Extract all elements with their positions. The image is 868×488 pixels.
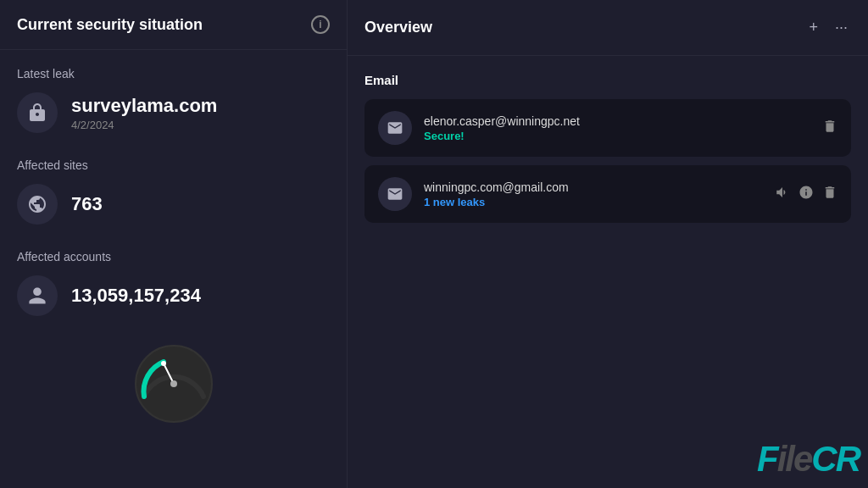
header-actions: + ··· <box>805 15 851 40</box>
right-panel-header: Overview + ··· <box>348 0 868 56</box>
lock-icon-circle <box>17 92 58 133</box>
mail-icon-1 <box>387 119 403 136</box>
email-info-2: winningpc.com@gmail.com 1 new leaks <box>424 180 763 208</box>
gauge-container <box>17 341 330 426</box>
left-panel-header: Current security situation i <box>0 0 347 50</box>
more-options-button[interactable]: ··· <box>832 15 851 40</box>
email-address-1: elenor.casper@winningpc.net <box>424 114 810 128</box>
email-address-2: winningpc.com@gmail.com <box>424 180 763 194</box>
add-button[interactable]: + <box>805 15 821 40</box>
email-card-1[interactable]: elenor.casper@winningpc.net Secure! <box>364 99 851 157</box>
svg-point-2 <box>170 380 177 387</box>
mail-icon-circle-2 <box>378 177 412 211</box>
info-icon[interactable]: i <box>311 15 330 34</box>
affected-sites-count: 763 <box>71 193 103 215</box>
email-section-title: Email <box>364 73 851 87</box>
globe-icon-circle <box>17 184 58 225</box>
person-icon <box>27 286 47 306</box>
email-actions-2 <box>775 185 837 203</box>
mail-icon-circle-1 <box>378 111 412 145</box>
globe-icon <box>27 194 47 214</box>
email-actions-1 <box>822 119 837 137</box>
left-panel: Current security situation i Latest leak… <box>0 0 348 488</box>
left-panel-title: Current security situation <box>17 16 203 34</box>
right-panel-content: Email elenor.casper@winningpc.net Secure… <box>348 56 868 488</box>
security-gauge <box>131 341 216 426</box>
person-icon-circle <box>17 275 58 316</box>
svg-point-3 <box>161 361 166 366</box>
email-status-2: 1 new leaks <box>424 196 763 208</box>
latest-leak-info: surveylama.com 4/2/2024 <box>71 95 217 131</box>
latest-leak-row: surveylama.com 4/2/2024 <box>17 92 330 133</box>
lock-icon <box>27 103 47 123</box>
email-status-1: Secure! <box>424 130 810 142</box>
info-icon-2[interactable] <box>798 185 814 203</box>
affected-accounts-label: Affected accounts <box>17 250 330 263</box>
right-panel-title: Overview <box>364 19 432 36</box>
mail-icon-2 <box>387 186 403 202</box>
right-panel: Overview + ··· Email elenor.casper@winni… <box>348 0 868 488</box>
trash-icon-2[interactable] <box>822 185 837 203</box>
left-panel-content: Latest leak surveylama.com 4/2/2024 Affe… <box>0 50 347 488</box>
email-card-2[interactable]: winningpc.com@gmail.com 1 new leaks <box>364 165 851 223</box>
affected-sites-label: Affected sites <box>17 158 330 172</box>
gauge-svg <box>131 341 216 426</box>
latest-leak-label: Latest leak <box>17 67 330 80</box>
affected-accounts-count: 13,059,157,234 <box>71 285 201 307</box>
affected-sites-row: 763 <box>17 184 330 225</box>
email-info-1: elenor.casper@winningpc.net Secure! <box>424 114 810 142</box>
latest-leak-date: 4/2/2024 <box>71 119 217 131</box>
affected-accounts-row: 13,059,157,234 <box>17 275 330 316</box>
mute-icon-2[interactable] <box>775 185 790 203</box>
latest-leak-site: surveylama.com <box>71 95 217 117</box>
trash-icon-1[interactable] <box>822 119 837 137</box>
